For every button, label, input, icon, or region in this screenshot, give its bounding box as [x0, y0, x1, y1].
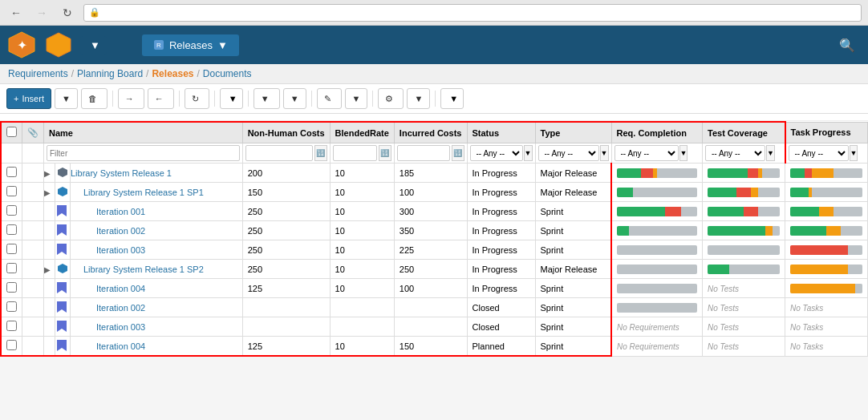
filter-type-select[interactable]: -- Any -- — [538, 145, 599, 161]
task-no-tasks-8: No Tasks — [790, 323, 823, 332]
refresh-button[interactable]: ↻ — [185, 88, 209, 109]
header-name-col[interactable]: Name — [44, 122, 243, 143]
releases-label: Releases — [169, 39, 213, 51]
test-no-tests-7: No Tests — [708, 304, 739, 313]
show-level-dropdown[interactable]: ▼ — [220, 88, 243, 109]
row-checkbox-8[interactable] — [6, 321, 17, 331]
calc-blended-btn[interactable]: 🔢 — [379, 145, 391, 161]
test-no-tests-6: No Tests — [708, 285, 739, 293]
reload-button[interactable]: ↻ — [58, 3, 77, 22]
edit-dropdown-button[interactable]: ▼ — [345, 88, 368, 109]
filter-button[interactable]: ▼ — [254, 88, 280, 109]
delete-button[interactable]: 🗑 — [81, 88, 107, 109]
filter-nonhuman-input[interactable] — [245, 145, 313, 161]
row-checkbox-3[interactable] — [6, 224, 17, 235]
row-name-link-2[interactable]: Iteration 001 — [96, 207, 145, 216]
show-hide-columns-dropdown[interactable]: ▼ — [440, 88, 464, 109]
row-req-4 — [611, 240, 703, 260]
calc-incurred-btn[interactable]: 🔢 — [452, 145, 464, 161]
header-incurred-col[interactable]: Incurred Costs — [394, 122, 467, 143]
filter-test-select[interactable]: -- Any -- — [705, 145, 765, 161]
svg-text:✦: ✦ — [17, 38, 27, 52]
row-nonhuman-5: 250 — [242, 260, 330, 279]
row-status-9: Planned — [467, 337, 535, 357]
outdent-arrow-icon: ← — [155, 94, 164, 103]
filter-task-select[interactable]: -- Any -- — [789, 145, 849, 161]
row-name-link-6[interactable]: Iteration 004 — [96, 284, 145, 293]
insert-button[interactable]: + Insert — [6, 88, 51, 109]
filter-task-go-btn[interactable]: ▼ — [850, 145, 858, 161]
nav-reporting-btn[interactable] — [245, 40, 826, 50]
forward-button[interactable]: → — [32, 3, 51, 22]
releases-table: 📎 Name Non-Human Costs BlendedRate Incur… — [0, 121, 868, 357]
row-checkbox-4[interactable] — [6, 244, 17, 254]
filter-attach-cell — [22, 143, 44, 164]
row-name-link-8[interactable]: Iteration 003 — [96, 322, 145, 332]
row-checkbox-0[interactable] — [6, 167, 17, 177]
filter-type-go-btn[interactable]: ▼ — [600, 145, 609, 161]
main-content: 📎 Name Non-Human Costs BlendedRate Incur… — [0, 121, 868, 357]
address-bar[interactable]: 🔒 — [83, 4, 862, 22]
svg-marker-6 — [58, 187, 67, 196]
req-no-req-8: No Requirements — [617, 323, 679, 332]
row-checkbox-cell — [1, 183, 22, 202]
tools-dropdown-button[interactable]: ▼ — [407, 88, 430, 109]
row-checkbox-5[interactable] — [6, 263, 17, 273]
row-task-4 — [785, 240, 868, 260]
tools-button[interactable]: ⚙ — [378, 88, 404, 109]
row-type-5: Major Release — [535, 260, 611, 279]
header-status-col[interactable]: Status — [467, 122, 535, 143]
row-name-link-9[interactable]: Iteration 004 — [96, 341, 145, 351]
search-button[interactable]: 🔍 — [833, 34, 862, 56]
row-checkbox-1[interactable] — [6, 186, 17, 196]
filter-incurred-input[interactable] — [397, 145, 450, 161]
header-req-col[interactable]: Req. Completion — [611, 122, 703, 143]
header-test-col[interactable]: Test Coverage — [703, 122, 785, 143]
row-checkbox-7[interactable] — [6, 301, 17, 312]
header-blended-col[interactable]: BlendedRate — [330, 122, 394, 143]
breadcrumb-requirements[interactable]: Requirements — [8, 68, 68, 79]
insert-dropdown-button[interactable]: ▼ — [55, 88, 78, 109]
filter-dropdown-button[interactable]: ▼ — [283, 88, 306, 109]
filter-blended-input[interactable] — [333, 145, 377, 161]
filter-req-select[interactable]: -- Any -- — [614, 145, 679, 161]
filter-name-input[interactable] — [47, 145, 240, 161]
filter-req-go-btn[interactable]: ▼ — [679, 145, 688, 161]
row-name-cell-1: Library System Release 1 SP1 — [71, 183, 243, 202]
header-nonhuman-col[interactable]: Non-Human Costs — [242, 122, 330, 143]
row-icon-cell-7 — [55, 298, 71, 317]
calc-nonhuman-btn[interactable]: 🔢 — [314, 145, 327, 161]
row-name-link-1[interactable]: Library System Release 1 SP1 — [83, 188, 204, 197]
toolbar-divider-6 — [372, 91, 373, 107]
row-name-link-4[interactable]: Iteration 003 — [96, 245, 145, 255]
row-task-6 — [785, 279, 868, 298]
svg-marker-8 — [57, 224, 67, 236]
edit-button[interactable]: ✎ — [317, 88, 342, 109]
row-checkbox-2[interactable] — [6, 205, 17, 216]
row-name-link-3[interactable]: Iteration 002 — [96, 226, 145, 236]
row-checkbox-cell — [1, 317, 22, 337]
outdent-button[interactable]: ← — [148, 88, 174, 109]
nav-releases-btn[interactable]: R Releases ▼ — [142, 34, 239, 56]
row-task-3 — [785, 221, 868, 240]
breadcrumb-documents[interactable]: Documents — [203, 68, 252, 79]
toolbar-divider-5 — [311, 91, 312, 107]
indent-button[interactable]: → — [118, 88, 144, 109]
filter-test-go-btn[interactable]: ▼ — [766, 145, 775, 161]
row-name-link-5[interactable]: Library System Release 1 SP2 — [83, 265, 204, 274]
row-name-link-7[interactable]: Iteration 002 — [96, 303, 145, 313]
row-name-link-0[interactable]: Library System Release 1 — [71, 168, 172, 178]
filter-status-select[interactable]: -- Any -- — [470, 145, 523, 161]
select-all-checkbox[interactable] — [6, 127, 17, 137]
app-title[interactable]: ▼ — [80, 36, 107, 55]
filter-status-go-btn[interactable]: ▼ — [524, 145, 533, 161]
toolbar-divider-4 — [248, 91, 249, 107]
back-button[interactable]: ← — [6, 3, 26, 22]
gear-icon: ⚙ — [385, 94, 393, 104]
row-checkbox-9[interactable] — [6, 340, 17, 350]
header-type-col[interactable]: Type — [535, 122, 611, 143]
header-task-col[interactable]: Task Progress — [785, 122, 868, 143]
row-checkbox-6[interactable] — [6, 282, 17, 293]
table-row: ▶ Library System Release 1 SP1 15010100I… — [1, 183, 868, 202]
breadcrumb-planning-board[interactable]: Planning Board — [77, 68, 143, 79]
